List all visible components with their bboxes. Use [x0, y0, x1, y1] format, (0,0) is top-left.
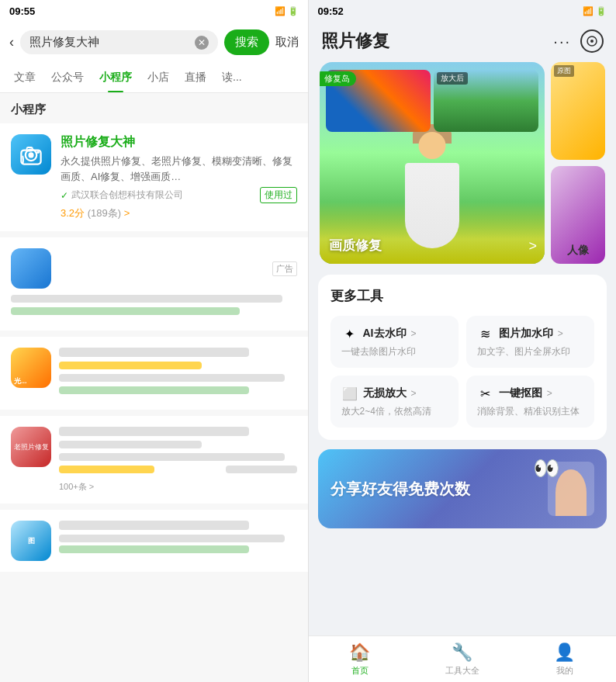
scan-button[interactable]	[580, 29, 604, 53]
tool-arrow-4: >	[547, 388, 552, 399]
result-name: 照片修复大神	[61, 134, 297, 151]
search-button[interactable]: 搜索	[224, 29, 269, 55]
tool-desc-1: 一键去除图片水印	[341, 345, 448, 358]
result-card-3[interactable]: 老照片修复 100+条 >	[0, 416, 308, 504]
tool-desc-2: 加文字、图片全屏水印	[477, 345, 583, 358]
side-card-portrait[interactable]: 人像	[551, 166, 605, 264]
home-icon: 🏠	[349, 642, 370, 663]
tool-add-watermark[interactable]: ≋ 图片加水印 > 加文字、图片全屏水印	[466, 316, 594, 368]
rating: 3.2分 (189条) >	[61, 206, 297, 220]
company-name: 武汉联合创想科技有限公司	[71, 189, 183, 202]
svg-point-4	[36, 151, 40, 154]
side-before-label: 原图	[554, 65, 574, 77]
status-bar-left: 09:55 📶 🔋	[0, 0, 308, 22]
girl-head	[418, 132, 445, 159]
right-panel: 09:52 📶 🔋 照片修复 ···	[309, 0, 617, 682]
tabs-bar: 文章 公众号 小程序 小店 直播 读...	[0, 63, 308, 93]
hero-carousel: 原图 放大后 修复岛 画质修复 >	[309, 62, 617, 275]
battery-icon: 🔋	[288, 6, 299, 16]
section-title: 小程序	[0, 93, 308, 123]
side-card-before[interactable]: 原图	[551, 62, 605, 160]
rating-arrow[interactable]: >	[124, 207, 130, 219]
tool-arrow-2: >	[558, 328, 563, 339]
rating-count: (189条)	[88, 207, 121, 219]
status-icons-right: 📶 🔋	[583, 6, 607, 16]
main-result-card[interactable]: 照片修复大神 永久提供照片修复、老照片修复、模糊变清晰、修复画质、AI修复、增强…	[0, 123, 308, 231]
ad-card-2[interactable]: 光...	[0, 337, 308, 410]
girl-dress	[405, 163, 459, 248]
tool-header-4: ✂ 一键抠图 >	[477, 385, 583, 402]
tab-read[interactable]: 读...	[214, 63, 250, 92]
app-title: 照片修复	[321, 29, 389, 53]
battery-icon-right: 🔋	[596, 6, 607, 16]
result-desc: 永久提供照片修复、老照片修复、模糊变清晰、修复画质、AI修复、增强画质…	[61, 154, 297, 184]
enlarge-icon: ⬜	[341, 385, 358, 402]
nav-home-label: 首页	[351, 665, 369, 677]
result-meta: ✓ 武汉联合创想科技有限公司 使用过	[61, 187, 297, 203]
tool-desc-4: 消除背景、精准识别主体	[477, 405, 583, 418]
app-header: 照片修复 ···	[309, 22, 617, 62]
tab-live[interactable]: 直播	[177, 63, 214, 92]
bottom-nav: 🏠 首页 🔧 工具大全 👤 我的	[309, 635, 617, 682]
result-card-4[interactable]: 图	[0, 510, 308, 572]
nav-profile-label: 我的	[556, 665, 573, 677]
card-arrow: >	[528, 238, 537, 254]
back-button[interactable]: ‹	[9, 34, 14, 50]
tool-cutout[interactable]: ✂ 一键抠图 > 消除背景、精准识别主体	[466, 376, 594, 428]
tab-official[interactable]: 公众号	[43, 63, 92, 92]
tool-header-3: ⬜ 无损放大 >	[341, 385, 448, 402]
tool-arrow-3: >	[411, 388, 417, 399]
hero-side: 原图 人像	[551, 62, 605, 264]
tab-miniprogram[interactable]: 小程序	[92, 63, 140, 92]
share-banner[interactable]: 分享好友得免费次数 👀	[318, 449, 607, 528]
tab-article[interactable]: 文章	[6, 63, 43, 92]
search-bar: ‹ 照片修复大神 ✕ 搜索 取消	[0, 22, 308, 63]
add-watermark-icon: ≋	[477, 325, 494, 342]
more-tools-section: 更多工具 ✦ AI去水印 > 一键去除图片水印 ≋	[318, 275, 607, 440]
tool-name-1: AI去水印	[363, 327, 407, 341]
nav-tools-label: 工具大全	[445, 665, 479, 677]
tool-lossless-enlarge[interactable]: ⬜ 无损放大 > 放大2~4倍，依然高清	[330, 376, 459, 428]
more-tools-title: 更多工具	[330, 287, 595, 305]
search-input[interactable]: 照片修复大神	[29, 35, 190, 50]
left-panel: 09:55 📶 🔋 ‹ 照片修复大神 ✕ 搜索 取消 文章 公众号 小程序 小店…	[0, 0, 308, 682]
status-icons-left: 📶 🔋	[275, 6, 299, 16]
hero-main-card[interactable]: 原图 放大后 修复岛 画质修复 >	[320, 62, 545, 264]
tool-desc-3: 放大2~4倍，依然高清	[341, 405, 448, 418]
after-card: 放大后	[434, 70, 538, 132]
status-bar-right: 09:52 📶 🔋	[309, 0, 617, 22]
tool-arrow-1: >	[411, 328, 417, 339]
remove-watermark-icon: ✦	[341, 325, 358, 342]
tool-remove-watermark[interactable]: ✦ AI去水印 > 一键去除图片水印	[330, 316, 459, 368]
cancel-button[interactable]: 取消	[275, 35, 299, 50]
right-content: 原图 放大后 修复岛 画质修复 >	[309, 62, 617, 635]
tool-name-2: 图片加水印	[499, 327, 553, 341]
time-right: 09:52	[318, 5, 344, 17]
header-actions: ···	[553, 29, 604, 53]
used-badge: 使用过	[260, 187, 297, 203]
fix-label: 修复岛	[320, 71, 356, 86]
field-girl	[397, 124, 467, 264]
search-input-wrap[interactable]: 照片修复大神 ✕	[20, 30, 218, 54]
wifi-icon-right: 📶	[583, 6, 594, 16]
tab-shop[interactable]: 小店	[140, 63, 177, 92]
nav-home[interactable]: 🏠 首页	[309, 642, 411, 677]
search-results: 小程序 照片修复大神	[0, 93, 308, 682]
share-banner-text: 分享好友得免费次数	[330, 479, 549, 500]
clear-button[interactable]: ✕	[195, 36, 209, 50]
ad-card-1[interactable]: 广告	[0, 237, 308, 331]
nav-tools[interactable]: 🔧 工具大全	[411, 642, 514, 677]
girl-body	[397, 124, 467, 264]
rating-score: 3.2分	[61, 207, 85, 219]
svg-point-1	[28, 152, 33, 158]
more-options-button[interactable]: ···	[553, 33, 571, 50]
share-emoji: 👀	[533, 455, 560, 481]
field-scene: 原图 放大后 修复岛 画质修复 >	[320, 62, 545, 264]
nav-profile[interactable]: 👤 我的	[514, 642, 616, 677]
tools-grid: ✦ AI去水印 > 一键去除图片水印 ≋ 图片加水印 >	[330, 316, 595, 428]
ad-badge: 广告	[272, 261, 297, 276]
side-portrait-label: 人像	[567, 244, 589, 258]
result-info: 照片修复大神 永久提供照片修复、老照片修复、模糊变清晰、修复画质、AI修复、增强…	[61, 134, 297, 220]
profile-icon: 👤	[554, 642, 575, 663]
wifi-icon: 📶	[275, 6, 286, 16]
